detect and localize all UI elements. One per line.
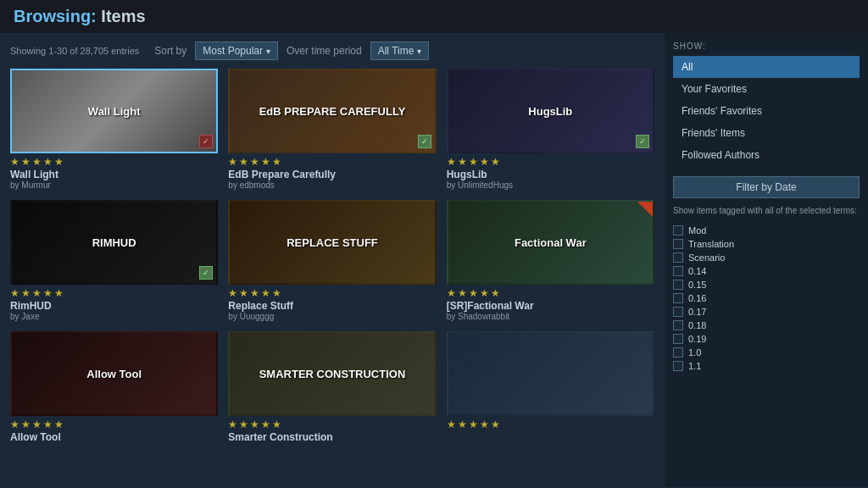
- tag-item-018[interactable]: 0.18: [673, 319, 860, 332]
- star-icon: ★: [261, 287, 270, 299]
- item-card-allow-tool[interactable]: Allow Tool ★★★★★ Allow Tool: [10, 331, 218, 443]
- star-icon: ★: [10, 419, 19, 430]
- item-author: by Shadowrabbit: [447, 312, 654, 321]
- item-thumbnail: RIMHUD ✓: [10, 200, 218, 285]
- star-icon: ★: [10, 287, 19, 299]
- item-name: [SR]Factional War: [447, 300, 654, 312]
- checkmark-icon: ✓: [199, 266, 213, 280]
- tag-checkbox[interactable]: [673, 239, 683, 249]
- star-icon: ★: [469, 156, 478, 168]
- tag-item-019[interactable]: 0.19: [673, 332, 860, 346]
- tag-item-017[interactable]: 0.17: [673, 305, 860, 319]
- star-icon: ★: [228, 287, 237, 299]
- filter-by-date-button[interactable]: Filter by Date: [673, 176, 860, 198]
- filter-item-followed-authors[interactable]: Followed Authors: [673, 144, 860, 166]
- star-icon: ★: [480, 419, 489, 430]
- tag-checkbox[interactable]: [673, 280, 683, 290]
- item-card-smarter-construction[interactable]: SMARTER CONSTRUCTION ★★★★★ Smarter Const…: [228, 331, 436, 443]
- star-icon: ★: [491, 156, 500, 168]
- item-stars: ★★★★★: [447, 287, 654, 299]
- tag-label: Scenario: [688, 252, 725, 263]
- tag-item-016[interactable]: 0.16: [673, 291, 860, 305]
- thumb-text: REPLACE STUFF: [230, 202, 434, 283]
- tag-item-014[interactable]: 0.14: [673, 264, 860, 278]
- filter-item-favorites[interactable]: Your Favorites: [673, 78, 860, 100]
- sort-by-label: Sort by: [154, 45, 186, 57]
- item-card-wall-light[interactable]: Wall Light ✓ ★★★★★ Wall Light by Murmur: [10, 69, 218, 190]
- sidebar: SHOW: AllYour FavoritesFriends' Favorite…: [665, 33, 868, 487]
- tag-item-015[interactable]: 0.15: [673, 278, 860, 291]
- star-icon: ★: [21, 156, 31, 168]
- main-layout: Showing 1-30 of 28,705 entries Sort by M…: [0, 33, 868, 487]
- thumb-text: Allow Tool: [12, 333, 216, 414]
- tag-list: ModTranslationScenario0.140.150.160.170.…: [673, 224, 860, 373]
- content-area: Showing 1-30 of 28,705 entries Sort by M…: [0, 33, 665, 487]
- star-icon: ★: [54, 287, 64, 299]
- tag-item-Translation[interactable]: Translation: [673, 237, 860, 251]
- star-icon: ★: [458, 156, 467, 168]
- tag-item-11[interactable]: 1.1: [673, 359, 860, 373]
- star-icon: ★: [272, 287, 281, 299]
- sort-by-dropdown[interactable]: Most Popular: [195, 42, 278, 60]
- star-icon: ★: [447, 156, 456, 168]
- tag-label: 1.1: [688, 361, 701, 371]
- star-icon: ★: [43, 419, 53, 430]
- item-name: Allow Tool: [10, 431, 218, 443]
- filter-list: AllYour FavoritesFriends' FavoritesFrien…: [673, 56, 860, 166]
- star-icon: ★: [480, 156, 489, 168]
- checkmark-icon: ✓: [418, 135, 431, 148]
- tag-item-Scenario[interactable]: Scenario: [673, 251, 860, 264]
- item-name: Smarter Construction: [228, 431, 436, 443]
- tag-checkbox[interactable]: [673, 225, 683, 236]
- tag-checkbox[interactable]: [673, 347, 683, 358]
- item-card-replace-stuff[interactable]: REPLACE STUFF ★★★★★ Replace Stuff by Uuu…: [228, 200, 436, 321]
- item-thumbnail: Wall Light ✓: [10, 69, 218, 153]
- toolbar: Showing 1-30 of 28,705 entries Sort by M…: [10, 42, 654, 60]
- thumb-text: Factional War: [448, 202, 653, 283]
- tag-checkbox[interactable]: [673, 361, 683, 371]
- item-stars: ★★★★★: [228, 156, 436, 168]
- star-icon: ★: [21, 287, 31, 299]
- thumb-text: RIMHUD: [12, 202, 216, 283]
- checkmark-icon: ✓: [199, 135, 213, 148]
- star-icon: ★: [43, 156, 53, 168]
- page-title: Browsing: Items: [14, 7, 146, 26]
- item-stars: ★★★★★: [447, 419, 654, 430]
- star-icon: ★: [261, 419, 270, 430]
- star-icon: ★: [469, 419, 478, 430]
- filter-item-friends-items[interactable]: Friends' Items: [673, 122, 860, 144]
- show-items-text: Show items tagged with all of the select…: [673, 205, 860, 217]
- tag-item-10[interactable]: 1.0: [673, 346, 860, 359]
- thumb-text: [448, 333, 653, 414]
- tag-checkbox[interactable]: [673, 293, 683, 303]
- tag-label: Translation: [688, 239, 734, 249]
- tag-item-Mod[interactable]: Mod: [673, 224, 860, 237]
- tag-checkbox[interactable]: [673, 266, 683, 276]
- star-icon: ★: [239, 156, 248, 168]
- thumb-text: HugsLib: [448, 70, 653, 152]
- item-stars: ★★★★★: [228, 419, 436, 430]
- item-card-rimhud[interactable]: RIMHUD ✓ ★★★★★ RimHUD by Jaxe: [10, 200, 218, 321]
- star-icon: ★: [250, 287, 259, 299]
- star-icon: ★: [458, 287, 467, 299]
- item-card-prepare-carefully[interactable]: EdB PREPARE CAREFULLY ✓ ★★★★★ EdB Prepar…: [228, 69, 436, 190]
- star-icon: ★: [21, 419, 31, 430]
- tag-label: 0.15: [688, 280, 706, 290]
- tag-checkbox[interactable]: [673, 320, 683, 330]
- tag-checkbox[interactable]: [673, 252, 683, 263]
- item-card-factional-war[interactable]: Factional War ★★★★★ [SR]Factional War by…: [447, 200, 654, 321]
- star-icon: ★: [447, 287, 456, 299]
- star-icon: ★: [272, 156, 281, 168]
- item-author: by Murmur: [10, 180, 218, 190]
- tag-checkbox[interactable]: [673, 307, 683, 317]
- filter-item-all[interactable]: All: [673, 56, 860, 78]
- tag-checkbox[interactable]: [673, 334, 683, 344]
- item-card-hugslib[interactable]: HugsLib ✓ ★★★★★ HugsLib by UnlimitedHugs: [447, 69, 654, 190]
- item-card-unknown-9[interactable]: ★★★★★: [447, 331, 654, 443]
- item-name: Wall Light: [10, 169, 218, 180]
- filter-item-friends-fav[interactable]: Friends' Favorites: [673, 100, 860, 122]
- time-period-dropdown[interactable]: All Time: [370, 42, 430, 60]
- item-name: Replace Stuff: [228, 300, 436, 312]
- tag-label: Mod: [688, 225, 706, 236]
- star-icon: ★: [250, 419, 259, 430]
